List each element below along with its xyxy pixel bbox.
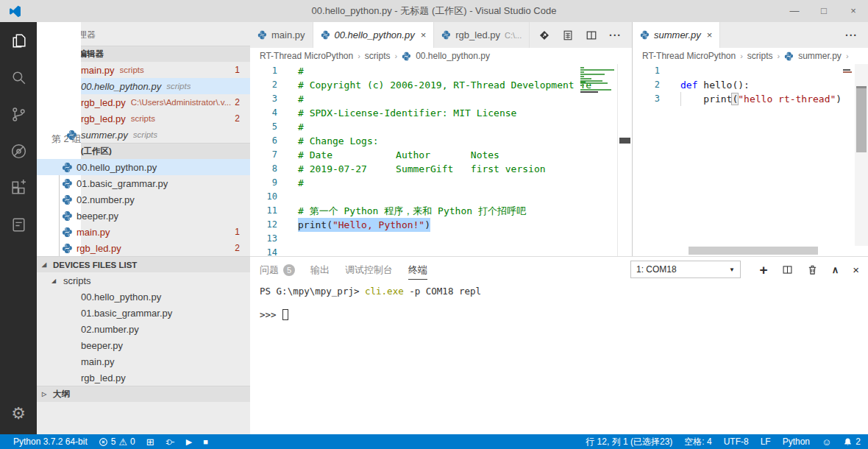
preview-icon[interactable]	[562, 29, 574, 41]
indentation[interactable]: 空格: 4	[684, 436, 711, 448]
device-file-row[interactable]: 00.hello_python.py	[37, 289, 250, 305]
collapsed-arrow-icon: ▷	[42, 391, 49, 397]
open-editor-row[interactable]: summer.py scripts	[37, 127, 250, 143]
debug-icon[interactable]	[0, 132, 37, 169]
tab-problems[interactable]: 问题 5	[260, 264, 295, 277]
maximize-button[interactable]: □	[809, 0, 839, 22]
problems-badge: 2	[235, 113, 250, 124]
tab-label: main.py	[271, 29, 305, 40]
editor-scrollbar[interactable]	[617, 64, 632, 256]
breadcrumb-root[interactable]: RT-Thread MicroPython	[642, 51, 736, 61]
scrollbar-handle[interactable]	[856, 86, 867, 152]
workspace-file-row[interactable]: 01.basic_grammar.py	[37, 175, 250, 191]
explorer-icon[interactable]	[0, 22, 37, 59]
file-name: 01.basic_grammar.py	[81, 308, 172, 319]
close-window-button[interactable]: ×	[839, 0, 868, 22]
stop-icon[interactable]: ■	[203, 438, 208, 446]
connect-device-icon[interactable]	[166, 437, 175, 447]
maximize-panel-icon[interactable]: ∧	[832, 264, 839, 275]
terminal-select[interactable]: 1: COM18 ▼	[630, 261, 741, 278]
file-detail: C:\Users\Administrator\.v...	[131, 98, 232, 107]
workspace-file-row[interactable]: beeper.py	[37, 208, 250, 224]
tab-debug-console[interactable]: 调试控制台	[345, 264, 393, 277]
settings-gear-icon[interactable]: ⚙	[11, 399, 26, 428]
feedback-smiley-icon[interactable]: ☺	[822, 437, 831, 447]
scrollbar-handle[interactable]	[619, 138, 630, 144]
workspace-file-row[interactable]: main.py 1	[37, 224, 250, 240]
device-file-row[interactable]: ◢ scripts	[37, 272, 250, 289]
problems-status[interactable]: 5 ⚠ 0	[99, 436, 135, 447]
tab-hello-python-py[interactable]: 00.hello_python.py ×	[313, 22, 435, 48]
file-name: rgb_led.py	[81, 372, 126, 383]
add-device-icon[interactable]: ⊞	[146, 437, 154, 447]
cursor-position[interactable]: 行 12, 列 1 (已选择23)	[586, 436, 672, 448]
breadcrumb-file[interactable]: summer.py	[798, 51, 842, 61]
device-file-row[interactable]: main.py	[37, 353, 250, 370]
language-mode[interactable]: Python	[783, 436, 810, 447]
tab-label: rgb_led.py	[455, 29, 500, 40]
more-actions-icon[interactable]: ···	[609, 29, 622, 41]
code-editor-2[interactable]: 12def hello():3 print("hello rt-thread")	[633, 64, 868, 256]
file-detail: scripts	[120, 66, 144, 74]
breadcrumb-group-1: RT-Thread MicroPython › scripts › 00.hel…	[250, 48, 632, 64]
eol-sequence[interactable]: LF	[761, 436, 771, 447]
run-icon[interactable]: ▶	[186, 438, 192, 446]
device-file-row[interactable]: 01.basic_grammar.py	[37, 305, 250, 321]
encoding[interactable]: UTF-8	[724, 436, 749, 447]
close-panel-icon[interactable]: ×	[853, 264, 859, 276]
tab-rgb-led-py[interactable]: rgb_led.py C:\...	[434, 22, 530, 48]
minimap[interactable]	[580, 66, 616, 110]
tab-summer-py[interactable]: summer.py ×	[633, 22, 720, 48]
file-detail: scripts	[131, 114, 155, 123]
horizontal-scrollbar-handle[interactable]	[689, 247, 818, 255]
close-tab-icon[interactable]: ×	[707, 29, 713, 40]
workspace-file-row[interactable]: rgb_led.py 2	[37, 240, 250, 256]
split-terminal-icon[interactable]	[782, 264, 793, 275]
main-area: ⚙ 资源管理器 ◢ 打开的编辑器 第 1 组	[0, 22, 868, 434]
notification-count: 2	[855, 436, 861, 447]
breadcrumb-sep-icon: ›	[357, 52, 360, 60]
notebook-icon[interactable]	[0, 206, 37, 243]
editor-group-1: main.py 00.hello_python.py × rgb_led.py …	[250, 22, 632, 256]
tab-terminal[interactable]: 终端	[408, 264, 427, 277]
new-terminal-icon[interactable]: +	[760, 264, 768, 275]
editor-scrollbar[interactable]	[855, 64, 868, 246]
run-code-icon[interactable]	[538, 29, 550, 41]
code-editor-1[interactable]: 1#2# Copyright (c) 2006-2019, RT-Thread …	[250, 64, 632, 256]
search-icon[interactable]	[0, 59, 37, 96]
terminal-output[interactable]: PS G:\mpy\mpy_prj> cli.exe -p COM18 repl…	[260, 285, 865, 332]
file-name: beeper.py	[77, 211, 118, 222]
minimize-button[interactable]: —	[780, 0, 809, 22]
tab-actions-group-2: ···	[845, 22, 868, 48]
python-interpreter[interactable]: Python 3.7.2 64-bit	[13, 436, 88, 447]
kill-terminal-icon[interactable]	[807, 264, 818, 275]
tab-output[interactable]: 输出	[310, 264, 330, 277]
panel-tab-label: 输出	[310, 264, 330, 277]
minimap[interactable]	[843, 66, 853, 88]
breadcrumb-sep-icon: ›	[395, 52, 398, 60]
breadcrumb-folder[interactable]: scripts	[365, 51, 391, 61]
file-name: main.py	[77, 227, 110, 238]
split-editor-icon[interactable]	[586, 29, 597, 41]
warning-icon: ⚠	[118, 437, 127, 447]
breadcrumb-file[interactable]: 00.hello_python.py	[416, 51, 490, 61]
close-tab-icon[interactable]: ×	[421, 29, 427, 40]
breadcrumb-root[interactable]: RT-Thread MicroPython	[260, 51, 353, 61]
extensions-icon[interactable]	[0, 169, 37, 206]
breadcrumb-folder[interactable]: scripts	[747, 51, 773, 61]
workspace-file-row[interactable]: 02.number.py	[37, 191, 250, 208]
outline-header[interactable]: ▷ 大纲	[37, 386, 250, 402]
devices-files-header[interactable]: ◢ DEVICES FILES LIST	[37, 256, 250, 272]
workspace-file-row[interactable]: 00.hello_python.py	[37, 159, 250, 175]
more-actions-icon[interactable]: ···	[845, 29, 858, 41]
device-file-row[interactable]: beeper.py	[37, 337, 250, 353]
file-name: beeper.py	[81, 340, 123, 351]
source-control-icon[interactable]	[0, 96, 37, 132]
notifications-bell[interactable]: 2	[843, 436, 861, 447]
tab-main-py[interactable]: main.py	[250, 22, 313, 48]
bell-icon	[843, 437, 853, 447]
breadcrumb-sep-icon: ›	[846, 52, 849, 60]
device-file-row[interactable]: 02.number.py	[37, 321, 250, 337]
problems-count-badge: 5	[283, 264, 295, 276]
device-file-row[interactable]: rgb_led.py	[37, 370, 250, 386]
